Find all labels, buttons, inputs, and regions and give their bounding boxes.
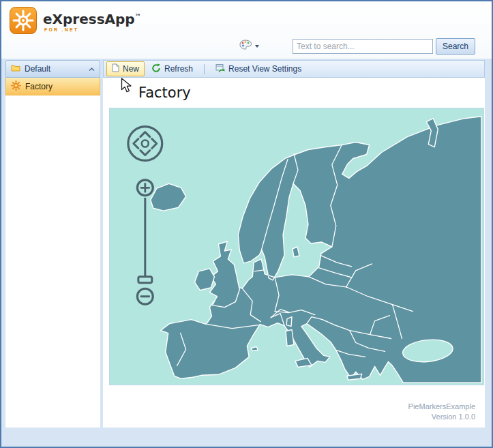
new-document-icon <box>112 63 119 74</box>
app-logo-tagline: FOR .NET <box>44 27 141 32</box>
pan-up-arrow-icon <box>140 132 150 137</box>
top-controls: Search <box>237 38 475 55</box>
palette-icon <box>239 40 252 53</box>
new-button-label: New <box>123 64 139 74</box>
search-button[interactable]: Search <box>436 38 475 55</box>
europe-map-svg <box>110 108 483 385</box>
toolbar: New Refresh <box>103 60 485 78</box>
search-input[interactable] <box>293 39 433 54</box>
app-logo: eXpressApp™ FOR .NET <box>10 7 141 37</box>
app-window: eXpressApp™ FOR .NET Search <box>0 0 493 448</box>
new-button[interactable]: New <box>106 61 145 76</box>
footer: PieMarkersExample Version 1.0.0 <box>408 402 475 422</box>
zoom-slider-handle[interactable] <box>138 277 152 283</box>
detail-view-card: Factory <box>103 78 485 428</box>
theme-palette-button[interactable] <box>237 38 261 55</box>
nav-group-default[interactable]: Default <box>5 60 100 78</box>
chevron-up-icon[interactable] <box>89 64 95 74</box>
page-title: Factory <box>138 85 485 101</box>
chevron-down-icon <box>255 45 259 48</box>
refresh-button-label: Refresh <box>164 64 193 74</box>
footer-version: Version 1.0.0 <box>408 412 475 422</box>
pan-left-arrow-icon <box>134 139 138 149</box>
nav-item-factory[interactable]: Factory <box>5 78 100 95</box>
plus-icon <box>141 183 149 192</box>
content: New Refresh <box>103 60 485 428</box>
island-great-britain <box>209 241 239 308</box>
footer-app-name: PieMarkersExample <box>408 402 475 412</box>
header: eXpressApp™ FOR .NET Search <box>1 1 492 59</box>
folder-icon <box>11 64 20 74</box>
sidebar: Default <box>5 60 100 428</box>
pan-down-arrow-icon <box>140 151 150 155</box>
pan-control[interactable] <box>128 127 162 161</box>
nav-group-label: Default <box>25 64 50 74</box>
main-row: Default <box>1 59 492 428</box>
gear-sun-icon <box>10 7 37 37</box>
pan-right-arrow-icon <box>152 139 157 149</box>
reset-view-settings-button[interactable]: Reset View Settings <box>210 61 307 77</box>
island-balearic <box>251 346 258 350</box>
gear-icon <box>11 80 21 93</box>
toolbar-separator <box>204 64 205 74</box>
refresh-arrows-icon <box>151 63 161 75</box>
reset-view-icon <box>215 63 225 75</box>
europe-map-view[interactable] <box>109 108 484 385</box>
zoom-out-button[interactable] <box>137 288 153 304</box>
island-gotland <box>293 247 299 257</box>
reset-button-label: Reset View Settings <box>228 64 301 74</box>
island-ireland <box>195 269 215 290</box>
island-iceland <box>151 183 186 211</box>
nav-item-label: Factory <box>25 82 53 91</box>
refresh-button[interactable]: Refresh <box>146 61 198 77</box>
app-logo-text: eXpressApp™ <box>43 9 141 27</box>
sidebar-body <box>5 95 100 428</box>
zoom-in-button[interactable] <box>137 180 153 196</box>
map-navigation-controls <box>128 127 162 305</box>
